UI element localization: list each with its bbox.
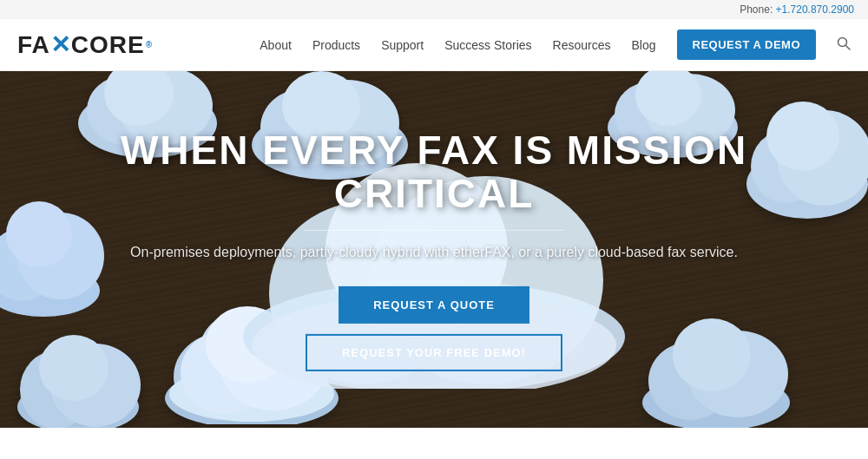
hero-title: WHEN EVERY FAX IS MISSION CRITICAL (52, 128, 816, 215)
logo[interactable]: FA✕CORE® (17, 30, 153, 59)
logo-registered: ® (146, 40, 153, 49)
request-quote-button[interactable]: REQUEST A QUOTE (339, 286, 529, 324)
logo-x-icon: ✕ (50, 30, 71, 59)
nav-products[interactable]: Products (312, 38, 360, 52)
request-free-demo-button[interactable]: REQUEST YOUR FREE DEMO! (306, 334, 562, 371)
hero-subtitle: On-premises deployments, partly-cloudy h… (52, 245, 816, 260)
hero-section: WHEN EVERY FAX IS MISSION CRITICAL On-pr… (0, 71, 868, 428)
nav-success-stories[interactable]: Success Stories (444, 38, 531, 52)
logo-fax: FA (17, 31, 50, 59)
phone-number[interactable]: +1.720.870.2900 (776, 3, 854, 16)
search-icon[interactable] (837, 36, 851, 54)
request-demo-button[interactable]: REQUEST A DEMO (677, 30, 817, 60)
phone-label: Phone: (740, 3, 773, 16)
svg-line-1 (846, 45, 851, 49)
hero-buttons: REQUEST A QUOTE REQUEST YOUR FREE DEMO! (52, 286, 816, 371)
nav-blog[interactable]: Blog (631, 38, 655, 52)
top-bar: Phone: +1.720.870.2900 (0, 0, 868, 19)
hero-divider (304, 230, 564, 231)
nav-resources[interactable]: Resources (553, 38, 611, 52)
header: FA✕CORE® About Products Support Success … (0, 19, 868, 71)
logo-core: CORE (71, 31, 145, 59)
hero-content: WHEN EVERY FAX IS MISSION CRITICAL On-pr… (0, 128, 868, 370)
nav-about[interactable]: About (260, 38, 292, 52)
main-nav: About Products Support Success Stories R… (260, 30, 851, 60)
nav-support[interactable]: Support (381, 38, 424, 52)
